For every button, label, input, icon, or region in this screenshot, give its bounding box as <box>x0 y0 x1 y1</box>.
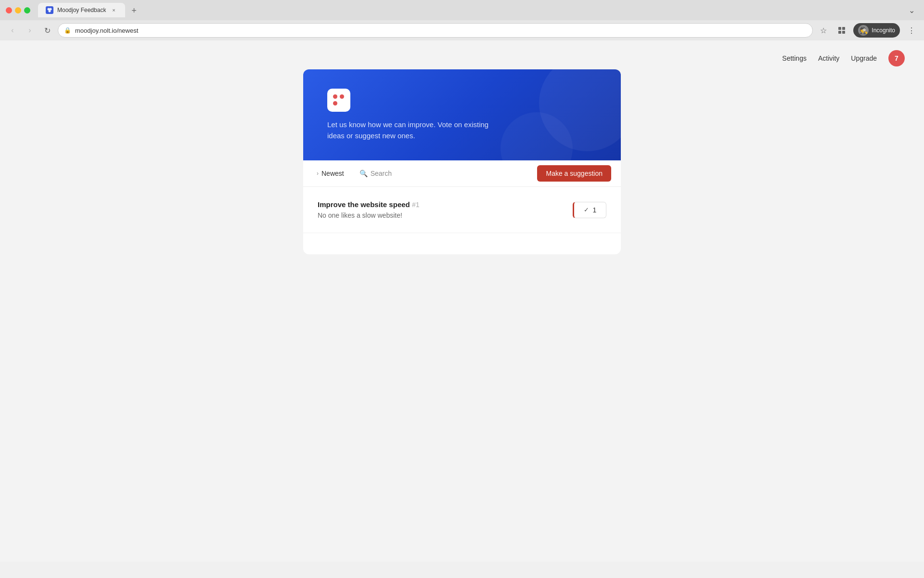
feedback-description: No one likes a slow website! <box>318 211 563 219</box>
search-area[interactable]: 🔍 Search <box>356 167 530 180</box>
tab-favicon <box>46 6 53 14</box>
minimize-window-button[interactable] <box>15 7 21 13</box>
extensions-icon[interactable] <box>835 24 848 37</box>
svg-rect-3 <box>838 27 841 30</box>
main-card: Let us know how we can improve. Vote on … <box>303 69 621 254</box>
browser-titlebar: Moodjoy Feedback × + ⌄ <box>0 0 924 20</box>
toolbar-actions: ☆ 🕵 Incognito ⋮ <box>817 23 918 38</box>
make-suggestion-button[interactable]: Make a suggestion <box>537 165 611 182</box>
sort-filter[interactable]: › Newest <box>313 167 348 180</box>
vote-check-icon: ✓ <box>584 206 589 213</box>
user-avatar[interactable]: 7 <box>888 50 905 66</box>
tab-title: Moodjoy Feedback <box>57 7 106 13</box>
sort-label: Newest <box>321 170 344 177</box>
settings-link[interactable]: Settings <box>782 54 807 62</box>
forward-button[interactable]: › <box>23 24 37 37</box>
logo-dot-2 <box>340 94 344 99</box>
browser-toolbar: ‹ › ↻ 🔒 moodjoy.nolt.io/newest ☆ 🕵 Incog… <box>0 20 924 40</box>
incognito-label: Incognito <box>872 27 895 34</box>
app-logo <box>327 89 350 112</box>
window-menu-icon[interactable]: ⌄ <box>905 3 918 17</box>
browser-menu-button[interactable]: ⋮ <box>905 24 918 37</box>
feedback-list: Improve the website speed #1 No one like… <box>303 187 621 254</box>
hero-description: Let us know how we can improve. Vote on … <box>327 119 500 141</box>
tab-close-button[interactable]: × <box>110 6 117 14</box>
address-text: moodjoy.nolt.io/newest <box>75 27 138 34</box>
feedback-title: Improve the website speed #1 <box>318 200 563 209</box>
top-navigation: Settings Activity Upgrade 7 <box>763 40 924 76</box>
filter-bar: › Newest 🔍 Search Make a suggestion <box>303 160 621 187</box>
sort-chevron-icon: › <box>317 170 319 177</box>
feedback-title-text: Improve the website speed <box>318 200 410 209</box>
logo-dot-1 <box>333 94 337 99</box>
traffic-lights <box>6 7 30 13</box>
logo-dot-3 <box>333 101 337 105</box>
browser-chrome: Moodjoy Feedback × + ⌄ ‹ › ↻ 🔒 moodjoy.n… <box>0 0 924 40</box>
bookmark-icon[interactable]: ☆ <box>817 24 830 37</box>
activity-link[interactable]: Activity <box>818 54 839 62</box>
incognito-profile-button[interactable]: 🕵 Incognito <box>853 23 900 38</box>
page-content: Settings Activity Upgrade 7 Let us know … <box>0 40 924 562</box>
vote-button[interactable]: ✓ 1 <box>573 202 606 218</box>
feedback-item: Improve the website speed #1 No one like… <box>303 187 621 233</box>
hero-banner: Let us know how we can improve. Vote on … <box>303 69 621 160</box>
search-icon: 🔍 <box>359 170 368 177</box>
lock-icon: 🔒 <box>64 27 71 34</box>
address-bar[interactable]: 🔒 moodjoy.nolt.io/newest <box>58 23 813 38</box>
maximize-window-button[interactable] <box>24 7 30 13</box>
reload-button[interactable]: ↻ <box>40 24 54 37</box>
logo-dot-4 <box>340 101 344 105</box>
close-window-button[interactable] <box>6 7 12 13</box>
svg-rect-4 <box>842 27 845 30</box>
svg-rect-6 <box>842 31 845 34</box>
logo-dots <box>333 94 345 106</box>
vote-count: 1 <box>593 206 597 214</box>
upgrade-link[interactable]: Upgrade <box>851 54 877 62</box>
new-tab-button[interactable]: + <box>127 4 141 17</box>
feedback-content: Improve the website speed #1 No one like… <box>318 200 563 219</box>
svg-rect-5 <box>838 31 841 34</box>
active-tab[interactable]: Moodjoy Feedback × <box>38 3 125 17</box>
incognito-avatar: 🕵 <box>858 25 869 36</box>
search-placeholder: Search <box>371 170 392 177</box>
feedback-id: #1 <box>412 201 420 209</box>
back-button[interactable]: ‹ <box>6 24 19 37</box>
svg-point-2 <box>49 10 51 13</box>
